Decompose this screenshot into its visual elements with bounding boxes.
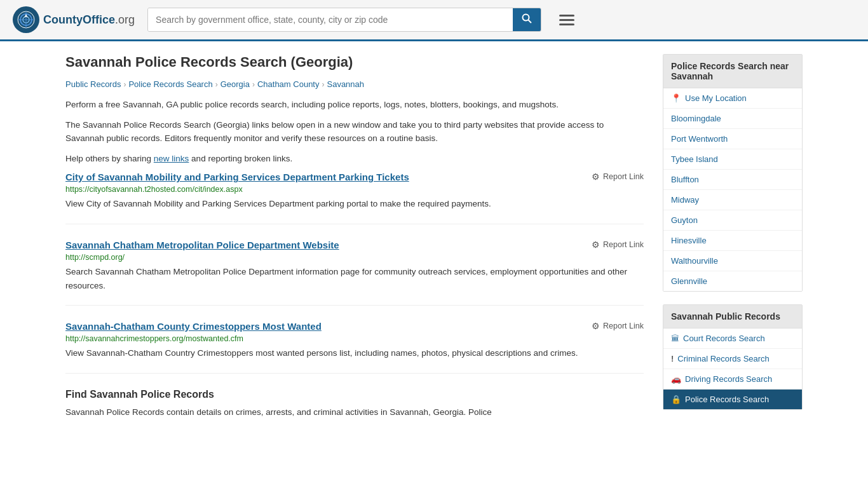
main-container: Savannah Police Records Search (Georgia)… (53, 41, 815, 435)
report-icon-1: ⚙ (592, 172, 600, 182)
breadcrumb-sep-4: › (322, 80, 324, 89)
report-link-btn-2[interactable]: ⚙ Report Link (585, 240, 644, 250)
result-item-2: Savannah Chatham Metropolitan Police Dep… (65, 240, 644, 306)
result-header-3: Savannah-Chatham County Crimestoppers Mo… (65, 321, 644, 332)
find-section: Find Savannah Police Records Savannah Po… (65, 389, 644, 419)
report-link-btn-3[interactable]: ⚙ Report Link (585, 321, 644, 331)
result-header-1: City of Savannah Mobility and Parking Se… (65, 172, 644, 182)
menu-button[interactable] (554, 12, 580, 28)
nearby-section-header: Police Records Search near Savannah (663, 55, 802, 88)
driving-icon: 🚗 (671, 374, 681, 384)
result-item-3: Savannah-Chatham County Crimestoppers Mo… (65, 321, 644, 374)
result-title-1[interactable]: City of Savannah Mobility and Parking Se… (65, 172, 409, 182)
find-section-desc: Savannah Police Records contain details … (65, 405, 644, 419)
location-pin-icon: 📍 (671, 93, 681, 103)
find-section-title: Find Savannah Police Records (65, 389, 644, 400)
report-label-2: Report Link (603, 240, 644, 249)
nearby-bluffton[interactable]: Bluffton (663, 170, 802, 190)
breadcrumb-police-records[interactable]: Police Records Search (128, 79, 212, 89)
result-desc-2: Search Savannah Chatham Metropolitan Pol… (65, 265, 644, 292)
public-records-body: 🏛 Court Records Search ! Criminal Record… (663, 329, 802, 409)
search-input[interactable] (148, 8, 513, 31)
description-1: Perform a free Savannah, GA public polic… (65, 98, 644, 112)
site-logo[interactable]: CountyOffice.org (13, 6, 135, 33)
breadcrumb-sep-3: › (252, 80, 255, 89)
sidebar: Police Records Search near Savannah 📍 Us… (663, 54, 803, 423)
report-icon-2: ⚙ (592, 240, 600, 250)
report-label-1: Report Link (603, 172, 644, 181)
breadcrumb-georgia[interactable]: Georgia (220, 79, 250, 89)
driving-records-label: Driving Records Search (685, 374, 772, 384)
nearby-tybee-island[interactable]: Tybee Island (663, 149, 802, 170)
use-my-location-label: Use My Location (685, 93, 747, 103)
breadcrumb-savannah[interactable]: Savannah (327, 79, 364, 89)
report-label-3: Report Link (603, 322, 644, 330)
search-bar (147, 8, 541, 32)
svg-line-7 (529, 20, 532, 24)
criminal-records-label: Criminal Records Search (677, 354, 770, 363)
public-records-header: Savannah Public Records (663, 305, 802, 329)
breadcrumb-sep-1: › (123, 80, 126, 89)
report-link-btn-1[interactable]: ⚙ Report Link (585, 172, 644, 182)
report-icon-3: ⚙ (592, 321, 600, 331)
result-item-1: City of Savannah Mobility and Parking Se… (65, 172, 644, 224)
court-records-label: Court Records Search (683, 334, 765, 343)
nearby-midway[interactable]: Midway (663, 190, 802, 210)
new-links-link[interactable]: new links (154, 154, 189, 163)
court-icon: 🏛 (671, 334, 679, 343)
description-3: Help others by sharing new links and rep… (65, 152, 644, 166)
nearby-guyton[interactable]: Guyton (663, 210, 802, 231)
breadcrumb-public-records[interactable]: Public Records (65, 79, 121, 89)
result-title-3[interactable]: Savannah-Chatham County Crimestoppers Mo… (65, 321, 322, 332)
nearby-section: Police Records Search near Savannah 📍 Us… (663, 54, 803, 292)
nearby-glennville[interactable]: Glennville (663, 271, 802, 291)
content-area: Savannah Police Records Search (Georgia)… (65, 54, 644, 423)
result-url-1[interactable]: https://cityofsavannah.t2hosted.com/cit/… (65, 185, 644, 194)
result-url-2[interactable]: http://scmpd.org/ (65, 253, 644, 262)
nearby-bloomingdale[interactable]: Bloomingdale (663, 109, 802, 129)
site-header: CountyOffice.org (0, 0, 868, 41)
description-2: The Savannah Police Records Search (Geor… (65, 118, 644, 146)
hamburger-icon (559, 15, 574, 25)
search-button[interactable] (513, 8, 541, 31)
sidebar-driving-records[interactable]: 🚗 Driving Records Search (663, 369, 802, 390)
logo-text: CountyOffice.org (43, 13, 135, 27)
result-url-3[interactable]: http://savannahcrimestoppers.org/mostwan… (65, 334, 644, 343)
result-desc-3: View Savannah-Chatham Country Crimestopp… (65, 346, 644, 360)
sidebar-criminal-records[interactable]: ! Criminal Records Search (663, 349, 802, 369)
result-header-2: Savannah Chatham Metropolitan Police Dep… (65, 240, 644, 250)
sidebar-police-records[interactable]: 🔒 Police Records Search (663, 390, 802, 409)
breadcrumb-chatham[interactable]: Chatham County (257, 79, 320, 89)
nearby-port-wentworth[interactable]: Port Wentworth (663, 129, 802, 149)
public-records-section: Savannah Public Records 🏛 Court Records … (663, 304, 803, 410)
page-title: Savannah Police Records Search (Georgia) (65, 54, 644, 71)
breadcrumb-sep-2: › (215, 80, 218, 89)
use-my-location[interactable]: 📍 Use My Location (663, 88, 802, 109)
logo-icon (13, 6, 39, 33)
nearby-hinesville[interactable]: Hinesville (663, 231, 802, 251)
result-desc-1: View City of Savannah Mobility and Parki… (65, 197, 644, 211)
criminal-icon: ! (671, 354, 674, 363)
breadcrumb: Public Records › Police Records Search ›… (65, 79, 644, 89)
svg-point-6 (523, 15, 529, 21)
police-records-label: Police Records Search (685, 395, 769, 404)
nearby-section-body: 📍 Use My Location Bloomingdale Port Went… (663, 88, 802, 291)
police-icon: 🔒 (671, 395, 681, 404)
nearby-walthourville[interactable]: Walthourville (663, 251, 802, 271)
sidebar-court-records[interactable]: 🏛 Court Records Search (663, 329, 802, 349)
result-title-2[interactable]: Savannah Chatham Metropolitan Police Dep… (65, 240, 339, 250)
